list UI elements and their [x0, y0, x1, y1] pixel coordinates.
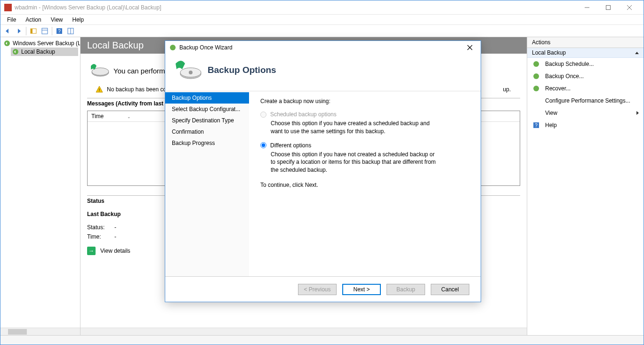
dialog-close-button[interactable]: [463, 42, 477, 53]
actions-section[interactable]: Local Backup: [527, 48, 644, 58]
tree-root[interactable]: Windows Server Backup (L: [2, 39, 78, 48]
cancel-button[interactable]: Cancel: [431, 284, 469, 295]
blank-icon: [532, 97, 540, 104]
local-backup-icon: [12, 48, 19, 56]
menu-help[interactable]: Help: [68, 16, 89, 24]
svg-point-17: [533, 61, 539, 67]
chevron-right-icon: [636, 111, 639, 115]
backup-options-icon: [173, 59, 202, 81]
next-button[interactable]: Next >: [342, 284, 381, 295]
show-hide-tree-button[interactable]: [28, 26, 39, 36]
dialog-titlebar[interactable]: Backup Once Wizard: [165, 41, 481, 54]
svg-point-19: [533, 86, 539, 91]
warning-suffix: up.: [503, 86, 511, 93]
svg-rect-5: [31, 29, 32, 33]
help-icon: ?: [532, 121, 540, 129]
actions-panel: Actions Local Backup Backup Schedule... …: [527, 37, 644, 335]
svg-text:?: ?: [58, 29, 61, 34]
svg-rect-6: [42, 28, 48, 34]
column-time[interactable]: Time⌄: [91, 113, 131, 120]
back-button[interactable]: [2, 26, 13, 36]
previous-button: < Previous: [298, 284, 337, 295]
perform-text: You can perform: [113, 67, 165, 75]
properties-button[interactable]: [40, 26, 50, 36]
svg-rect-1: [606, 5, 610, 9]
wizard-buttons: < Previous Next > Backup Cancel: [165, 276, 481, 302]
tree-local-backup[interactable]: Local Backup: [11, 48, 78, 56]
menu-action[interactable]: Action: [21, 16, 46, 24]
content-scrollbar[interactable]: [80, 328, 527, 335]
action-recover[interactable]: Recover...: [527, 82, 644, 95]
status-value: -: [114, 224, 116, 231]
menu-view[interactable]: View: [46, 16, 68, 24]
svg-text:?: ?: [535, 123, 538, 128]
different-desc: Choose this option if you have not creat…: [271, 151, 440, 174]
svg-point-27: [189, 71, 193, 74]
time-value: -: [114, 233, 116, 240]
warning-text: No backup has been co: [107, 86, 166, 93]
nav-backup-options[interactable]: Backup Options: [165, 92, 249, 104]
toolbar: ?: [0, 25, 644, 37]
backup-button: Backup: [386, 284, 425, 295]
tree-scrollbar[interactable]: [0, 328, 80, 335]
blank-icon: [532, 109, 540, 117]
action-backup-schedule[interactable]: Backup Schedule...: [527, 58, 644, 70]
menubar: File Action View Help: [0, 15, 644, 25]
wizard-content: Create a backup now using: Scheduled bac…: [249, 91, 481, 276]
warning-icon: !: [96, 86, 103, 93]
radio-different-options[interactable]: Different options: [260, 142, 469, 149]
svg-point-18: [533, 73, 539, 79]
app-icon: [4, 4, 12, 11]
action-performance-settings[interactable]: Configure Performance Settings...: [527, 95, 644, 107]
prompt-text: Create a backup now using:: [260, 98, 469, 104]
backup-once-wizard-dialog: Backup Once Wizard Backup Options Backup…: [165, 40, 481, 302]
continue-hint: To continue, click Next.: [260, 182, 469, 188]
close-button[interactable]: [619, 1, 640, 14]
wizard-icon: [169, 44, 177, 51]
backup-once-icon: [532, 72, 540, 80]
schedule-icon: [532, 60, 540, 68]
action-view[interactable]: View: [527, 107, 644, 119]
statusbar: [0, 335, 644, 345]
action-help[interactable]: ? Help: [527, 119, 644, 131]
window-titlebar: wbadmin - [Windows Server Backup (Local)…: [0, 0, 644, 15]
nav-select-config[interactable]: Select Backup Configurat...: [165, 104, 249, 115]
scheduled-desc: Choose this option if you have created a…: [271, 120, 440, 136]
menu-file[interactable]: File: [2, 16, 21, 24]
radio-scheduled-options: Scheduled backup options: [260, 111, 469, 118]
actions-title: Actions: [527, 37, 644, 48]
dialog-title: Backup Once Wizard: [179, 44, 463, 51]
server-backup-icon: [3, 40, 11, 47]
forward-button[interactable]: [14, 26, 24, 36]
drive-icon: [87, 62, 110, 79]
chevron-up-icon: [635, 52, 639, 54]
wizard-nav: Backup Options Select Backup Configurat.…: [165, 91, 249, 276]
radio-different-input[interactable]: [260, 142, 266, 148]
nav-confirmation[interactable]: Confirmation: [165, 126, 249, 137]
help-button[interactable]: ?: [54, 26, 64, 36]
maximize-button[interactable]: [597, 1, 619, 14]
radio-scheduled-input: [260, 112, 266, 118]
arrow-right-icon: →: [87, 247, 96, 255]
dialog-page-title: Backup Options: [208, 65, 276, 75]
nav-backup-progress[interactable]: Backup Progress: [165, 137, 249, 149]
tree-panel: Windows Server Backup (L Local Backup: [0, 37, 80, 335]
svg-text:!: !: [99, 88, 100, 92]
window-title: wbadmin - [Windows Server Backup (Local)…: [15, 4, 576, 11]
action-backup-once[interactable]: Backup Once...: [527, 70, 644, 82]
nav-destination-type[interactable]: Specify Destination Type: [165, 115, 249, 126]
refresh-button[interactable]: [65, 26, 76, 36]
recover-icon: [532, 85, 540, 92]
minimize-button[interactable]: [576, 1, 597, 14]
svg-point-22: [170, 45, 176, 50]
